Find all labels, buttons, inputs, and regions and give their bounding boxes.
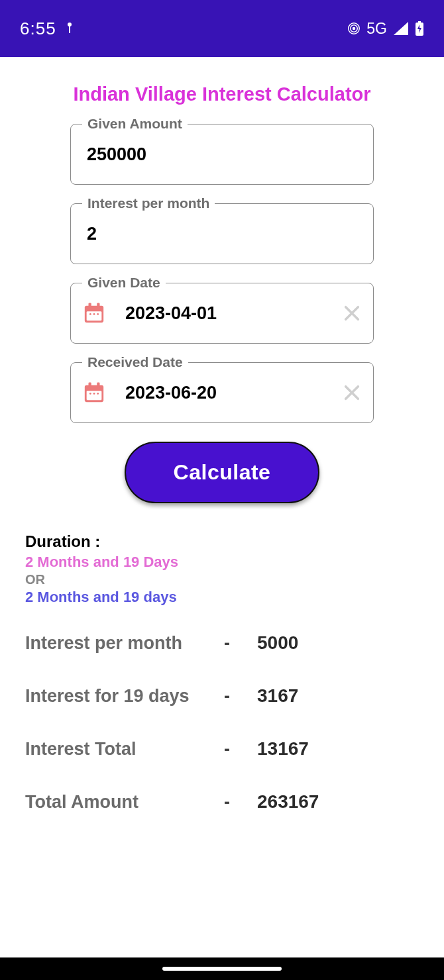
received-date-label: Received Date — [82, 354, 188, 370]
svg-rect-1 — [69, 26, 70, 33]
battery-icon — [415, 21, 424, 36]
given-date-field[interactable]: Given Date 2023-04-01 — [70, 283, 374, 344]
given-date-label: Given Date — [82, 275, 166, 291]
svg-point-19 — [93, 393, 95, 395]
given-amount-field[interactable]: Given Amount 250000 — [70, 124, 374, 185]
result-row: Interest for 19 days - 3167 — [25, 685, 419, 707]
svg-point-13 — [97, 313, 99, 315]
received-date-value: 2023-06-20 — [125, 383, 343, 403]
svg-point-11 — [89, 313, 91, 315]
duration-line-1: 2 Months and 19 Days — [25, 554, 419, 571]
result-dash: - — [224, 633, 257, 654]
given-amount-label: Given Amount — [82, 116, 188, 132]
interest-rate-field[interactable]: Interest per month 2 — [70, 203, 374, 264]
duration-line-2: 2 Months and 19 days — [25, 589, 419, 606]
results-block: Interest per month - 5000 Interest for 1… — [25, 632, 419, 812]
given-date-value: 2023-04-01 — [125, 303, 343, 324]
svg-rect-8 — [87, 311, 102, 320]
result-dash: - — [224, 686, 257, 707]
svg-rect-15 — [87, 391, 102, 400]
result-label: Total Amount — [25, 792, 224, 812]
result-value: 13167 — [257, 738, 309, 760]
duration-or: OR — [25, 572, 419, 587]
interest-rate-label: Interest per month — [82, 195, 215, 211]
svg-point-12 — [93, 313, 95, 315]
result-row: Interest Total - 13167 — [25, 738, 419, 760]
svg-rect-10 — [97, 303, 99, 307]
result-label: Interest per month — [25, 633, 224, 654]
hotspot-icon — [348, 23, 360, 34]
calculate-button[interactable]: Calculate — [125, 442, 320, 503]
given-amount-value: 250000 — [87, 144, 357, 165]
result-row: Interest per month - 5000 — [25, 632, 419, 654]
result-value: 5000 — [257, 632, 298, 654]
signal-icon — [394, 22, 408, 35]
nav-bar — [0, 957, 444, 980]
svg-rect-6 — [418, 21, 421, 23]
status-misc-icon — [67, 21, 72, 36]
result-value: 3167 — [257, 685, 298, 707]
svg-point-2 — [353, 27, 356, 30]
interest-rate-value: 2 — [87, 224, 357, 244]
svg-rect-16 — [89, 382, 91, 387]
result-value: 263167 — [257, 791, 319, 812]
svg-rect-9 — [89, 303, 91, 307]
duration-title: Duration : — [25, 532, 419, 551]
clear-icon[interactable] — [343, 304, 361, 322]
calendar-icon — [83, 381, 105, 404]
svg-point-20 — [97, 393, 99, 395]
svg-point-18 — [89, 393, 91, 395]
clear-icon[interactable] — [343, 383, 361, 402]
status-time: 6:55 — [20, 19, 56, 39]
network-label: 5G — [366, 20, 387, 38]
result-row: Total Amount - 263167 — [25, 791, 419, 812]
calendar-icon — [83, 302, 105, 324]
result-dash: - — [224, 739, 257, 760]
svg-rect-17 — [97, 382, 99, 387]
status-bar: 6:55 5G — [0, 0, 444, 57]
result-dash: - — [224, 792, 257, 812]
result-label: Interest for 19 days — [25, 686, 224, 707]
nav-handle[interactable] — [162, 967, 282, 971]
page-title: Indian Village Interest Calculator — [25, 83, 419, 105]
svg-point-0 — [68, 23, 72, 26]
received-date-field[interactable]: Received Date 2023-06-20 — [70, 362, 374, 423]
result-label: Interest Total — [25, 739, 224, 760]
